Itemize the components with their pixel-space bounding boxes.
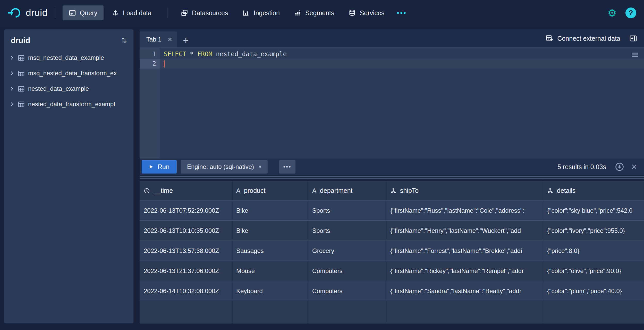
column-header-product[interactable]: A product [232, 181, 308, 200]
sidebar-item-nested-data-example[interactable]: nested_data_example [4, 81, 133, 96]
cell-shipto[interactable]: {"firstName":"Sandra","lastName":"Beatty… [386, 281, 543, 301]
divider [167, 7, 167, 18]
nav-label: Services [360, 9, 384, 17]
nav-label: Query [80, 9, 97, 17]
cell-product[interactable]: Bike [232, 221, 308, 241]
nav-label: Load data [123, 9, 151, 17]
cell-time[interactable]: 2022-06-13T21:37:06.000Z [140, 261, 232, 281]
sql-table-name: nested_data_example [212, 51, 287, 58]
cell-department[interactable]: Computers [308, 261, 386, 281]
query-more-button[interactable]: ••• [279, 160, 295, 174]
column-header-department[interactable]: A department [308, 181, 386, 200]
result-row: 2022-06-13T10:10:35.000Z Bike Sports {"f… [140, 221, 644, 241]
nav-label: Segments [305, 9, 334, 17]
column-label: shipTo [400, 187, 419, 194]
results-info: 5 results in 0.03s [557, 163, 606, 171]
table-name: msq_nested_data_example [28, 54, 104, 61]
nav-datasources[interactable]: Datasources [175, 5, 234, 20]
sql-editor[interactable]: 1 2 SELECT * FROM nested_data_example [140, 48, 644, 159]
chevron-right-icon[interactable] [9, 55, 14, 60]
cell-department[interactable]: Sports [308, 221, 386, 241]
cell-details[interactable]: {"color":"olive","price":90.0} [543, 261, 644, 281]
cell-product[interactable]: Mouse [232, 261, 308, 281]
druid-console: druid Query Load data Da [0, 0, 644, 330]
sort-icon[interactable]: ⇅ [121, 37, 127, 45]
nav-ingestion[interactable]: Ingestion [236, 5, 286, 20]
chevron-right-icon[interactable] [9, 71, 14, 76]
empty-cell [308, 301, 386, 324]
panel-splitter[interactable] [140, 175, 644, 181]
nav-segments[interactable]: Segments [288, 5, 341, 20]
cell-department[interactable]: Sports [308, 201, 386, 220]
cell-time[interactable]: 2022-06-13T13:57:38.000Z [140, 241, 232, 261]
engine-select[interactable]: Engine: auto (sql-native) ▾ [181, 160, 268, 174]
cell-product[interactable]: Bike [232, 201, 308, 220]
load-data-icon [112, 9, 119, 16]
sidebar-item-msq-nested-data-transform[interactable]: msq_nested_data_transform_ex [4, 65, 133, 81]
cell-details[interactable]: {"color":"sky blue","price":542.0 [543, 201, 644, 220]
cell-product[interactable]: Sausages [232, 241, 308, 261]
result-row: 2022-06-14T10:32:08.000Z Keyboard Comput… [140, 281, 644, 301]
cell-shipto[interactable]: {"firstName":"Forrest","lastName":"Brekk… [386, 241, 543, 261]
druid-logo-icon [8, 6, 22, 20]
sidebar-header: druid ⇅ [4, 29, 133, 50]
cell-time[interactable]: 2022-06-14T10:32:08.000Z [140, 281, 232, 301]
divider [55, 7, 55, 18]
cell-department[interactable]: Computers [308, 281, 386, 301]
nav-more-button[interactable]: ••• [393, 9, 411, 17]
text-cursor [164, 60, 165, 68]
nested-data-icon [547, 188, 553, 194]
cell-time[interactable]: 2022-06-13T07:52:29.000Z [140, 201, 232, 220]
nav-load-data[interactable]: Load data [106, 5, 158, 20]
editor-menu-icon[interactable] [631, 52, 639, 58]
settings-gear-icon[interactable]: ⚙ [607, 8, 617, 18]
cell-shipto[interactable]: {"firstName":"Rickey","lastName":"Rempel… [386, 261, 543, 281]
sidebar-title: druid [11, 36, 30, 45]
play-icon [149, 164, 154, 169]
brand-name: druid [26, 7, 48, 18]
cell-department[interactable]: Grocery [308, 241, 386, 261]
cell-details[interactable]: {"price":8.0} [543, 241, 644, 261]
tabbar-right: Connect external data [546, 29, 637, 47]
open-right-panel-icon[interactable] [629, 34, 637, 43]
result-row: 2022-06-13T21:37:06.000Z Mouse Computers… [140, 261, 644, 281]
close-tab-icon[interactable]: × [168, 36, 172, 43]
column-header-time[interactable]: __time [140, 181, 232, 200]
top-navbar: druid Query Load data Da [0, 0, 644, 26]
chevron-right-icon[interactable] [9, 86, 14, 91]
connect-external-data-button[interactable]: Connect external data [546, 35, 620, 42]
string-icon: A [312, 187, 316, 194]
run-button[interactable]: Run [142, 160, 177, 174]
tab-bar: Tab 1 × + Connect external data [140, 29, 644, 48]
table-icon [18, 85, 25, 92]
help-icon[interactable]: ? [625, 7, 636, 18]
empty-cell [140, 301, 232, 324]
line-number-gutter: 1 2 [140, 48, 160, 159]
segments-icon [294, 9, 301, 16]
code-area[interactable]: SELECT * FROM nested_data_example [160, 48, 644, 159]
sidebar-item-msq-nested-data-example[interactable]: msq_nested_data_example [4, 50, 133, 65]
nav-services[interactable]: Services [342, 5, 391, 20]
cell-shipto[interactable]: {"firstName":"Russ","lastName":"Cole","a… [386, 201, 543, 220]
cell-details[interactable]: {"color":"ivory","price":955.0} [543, 221, 644, 241]
results-header-row: __time A product A department [140, 181, 644, 201]
sidebar-item-nested-data-transform[interactable]: nested_data_transform_exampl [4, 96, 133, 112]
cell-product[interactable]: Keyboard [232, 281, 308, 301]
chevron-right-icon[interactable] [9, 102, 14, 107]
druid-brand[interactable]: druid [8, 6, 48, 20]
download-results-icon[interactable] [615, 162, 624, 171]
services-icon [349, 9, 356, 16]
code-line-2 [160, 59, 644, 69]
cell-time[interactable]: 2022-06-13T10:10:35.000Z [140, 221, 232, 241]
cell-details[interactable]: {"color":"plum","price":40.0} [543, 281, 644, 301]
schema-sidebar: druid ⇅ msq_nested_data_example msq_nest… [4, 29, 133, 323]
cell-shipto[interactable]: {"firstName":"Henry","lastName":"Wuckert… [386, 221, 543, 241]
column-header-details[interactable]: details [543, 181, 644, 200]
empty-cell [386, 301, 543, 324]
tab-tab1[interactable]: Tab 1 × [140, 31, 177, 47]
close-results-icon[interactable]: × [631, 162, 637, 171]
nav-query[interactable]: Query [63, 5, 104, 20]
table-icon [18, 70, 25, 77]
column-header-shipto[interactable]: shipTo [386, 181, 543, 200]
add-tab-button[interactable]: + [183, 36, 189, 45]
